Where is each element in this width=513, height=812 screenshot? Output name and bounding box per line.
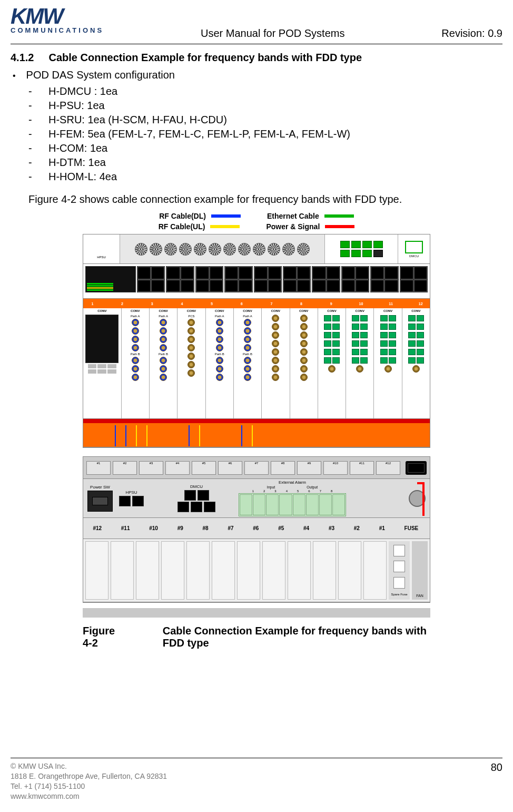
- fan-icon: [282, 243, 295, 256]
- rack-chassis-1: HPSU: [83, 234, 430, 448]
- lcs-module: [85, 266, 136, 292]
- port-block: [195, 266, 223, 292]
- fuse-slot: #6: [218, 461, 242, 475]
- figure-4-2: RF Cable(DL) Ethernet Cable RF Cable(UL)…: [83, 212, 430, 649]
- power-cable-red: [417, 482, 425, 516]
- module-slot: [111, 541, 134, 600]
- module-slot: [136, 541, 159, 600]
- port-block: [400, 266, 428, 292]
- section-number: 4.1.2: [11, 52, 34, 64]
- footer-copyright: © KMW USA Inc.: [11, 761, 167, 771]
- fan-icon: [238, 243, 251, 256]
- fuse-slot: #9: [297, 461, 321, 475]
- fan-icon: [209, 243, 221, 256]
- fuse-slot: #3: [139, 461, 163, 475]
- module-slot: [186, 541, 210, 600]
- footer-address: 1818 E. Orangethrope Ave, Fullerton, CA …: [11, 771, 167, 781]
- port-block: [283, 266, 311, 292]
- logo-main: KMW: [11, 5, 63, 27]
- legend-rf-dl: RF Cable(DL): [159, 212, 241, 220]
- module-slot: [237, 541, 260, 600]
- fuse-slot: #2: [113, 461, 137, 475]
- module-slot: [288, 541, 311, 600]
- hom-slot: CONV: [318, 308, 346, 418]
- fuse-slot: #11: [350, 461, 374, 475]
- legend-row-1: RF Cable(DL) Ethernet Cable: [83, 212, 430, 220]
- fuse-slot: #12: [376, 461, 400, 475]
- config-bullet: • POD DAS System configuration: [13, 69, 502, 81]
- page-footer: © KMW USA Inc. 1818 E. Orangethrope Ave,…: [11, 754, 502, 801]
- fan-icon: [179, 243, 192, 256]
- config-heading: POD DAS System configuration: [26, 69, 175, 81]
- list-item: -H-COM: 1ea: [28, 141, 502, 155]
- logo-sub: COMMUNICATIONS: [11, 26, 104, 34]
- port-block: [312, 266, 340, 292]
- list-item: -H-PSU: 1ea: [28, 99, 502, 113]
- orange-strip-top: 12 34 56 78 910 1112: [83, 299, 430, 308]
- hpsu-ports: [119, 496, 144, 506]
- terminal-block: [239, 493, 346, 516]
- logo: KMW COMMUNICATIONS: [11, 5, 104, 34]
- page-number: 80: [491, 761, 502, 774]
- fem-slot: CONV Path A Path B: [234, 308, 262, 418]
- rack-ports-row: [83, 264, 430, 299]
- rack-shelf-bar: [83, 608, 430, 618]
- doc-title: User Manual for POD Systems: [201, 27, 344, 40]
- hom-slot: CONV: [346, 308, 374, 418]
- iec-power-inlet-icon: [406, 461, 427, 475]
- conv-slot: CONV: [290, 308, 318, 418]
- ext-alarm-label: External Alarm: [279, 480, 306, 485]
- fem-slot: CONV Path A Path B: [122, 308, 150, 418]
- hpsu-block: HPSU: [83, 234, 120, 263]
- module-slot: [212, 541, 235, 600]
- footer-rule: [11, 758, 502, 758]
- doc-revision: Revision: 0.9: [441, 27, 502, 40]
- hom-slot: CONV: [402, 308, 430, 418]
- ethernet-port-icon: [405, 241, 423, 253]
- list-item: -H-FEM: 5ea (FEM-L-7, FEM-L-C, FEM-L-P, …: [28, 127, 502, 141]
- power-switch: [87, 491, 113, 512]
- rack-chassis-2: #1 #2 #3 #4 #5 #6 #7 #8 #9 #10 #11 #12 P…: [83, 456, 430, 603]
- swatch-yellow: [210, 225, 240, 228]
- module-slot: [363, 541, 387, 600]
- fuse-slot: #8: [271, 461, 295, 475]
- legend-rf-ul: RF Cable(UL): [159, 222, 240, 231]
- list-item: -H-DMCU : 1ea: [28, 84, 502, 99]
- legend-ethernet: Ethernet Cable: [267, 212, 354, 220]
- list-item: -H-DTM: 1ea: [28, 155, 502, 170]
- spare-fuse-column: Spare Fuse: [389, 541, 410, 600]
- config-list: -H-DMCU : 1ea -H-PSU: 1ea -H-SRU: 1ea (H…: [28, 84, 502, 184]
- section-heading: 4.1.2 Cable Connection Example for frequ…: [11, 52, 502, 64]
- fan-icon: [164, 243, 177, 256]
- big-slot-row: Spare Fuse FAN: [83, 539, 430, 602]
- fem-slot: CONV Path A Path B: [206, 308, 234, 418]
- module-slot: [338, 541, 361, 600]
- legend-power: Power & Signal: [266, 222, 354, 231]
- fan-bank: [120, 234, 324, 263]
- slot-label-row: #12 #11 #10 #9 #8 #7 #6 #5 #4 #3 #2 #1 F…: [83, 518, 430, 539]
- fuse-slot: #1: [86, 461, 111, 475]
- power-sw-label: Power SW: [90, 485, 110, 490]
- rack-top-row: HPSU: [83, 234, 430, 264]
- section-title: Cable Connection Example for frequency b…: [48, 52, 362, 64]
- fan-icon: [297, 243, 310, 256]
- port-block: [224, 266, 252, 292]
- status-led-panel: [324, 234, 398, 263]
- footer-phone: Tel. +1 (714) 515-1100: [11, 781, 167, 791]
- swatch-blue: [211, 214, 241, 218]
- list-item: -H-HOM-L: 4ea: [28, 170, 502, 184]
- swatch-red: [325, 225, 354, 228]
- red-strip: [83, 419, 430, 423]
- fan-icon: [135, 243, 147, 256]
- port-block: [341, 266, 369, 292]
- fuse-slot: #5: [192, 461, 216, 475]
- fuse-slot: #7: [244, 461, 269, 475]
- list-item: -H-SRU: 1ea (H-SCM, H-FAU, H-CDU): [28, 113, 502, 127]
- bullet-icon: •: [13, 72, 16, 80]
- dmcu-block: DMCU: [398, 234, 430, 263]
- page-header: KMW COMMUNICATIONS User Manual for POD S…: [11, 5, 502, 40]
- fem-slot: CONV PCS: [177, 308, 205, 418]
- hom-slot: CONV: [374, 308, 402, 418]
- fem-slot: CONV Path A Path B: [150, 308, 177, 418]
- figure-reference: Figure 4-2 shows cable connection exampl…: [28, 193, 502, 206]
